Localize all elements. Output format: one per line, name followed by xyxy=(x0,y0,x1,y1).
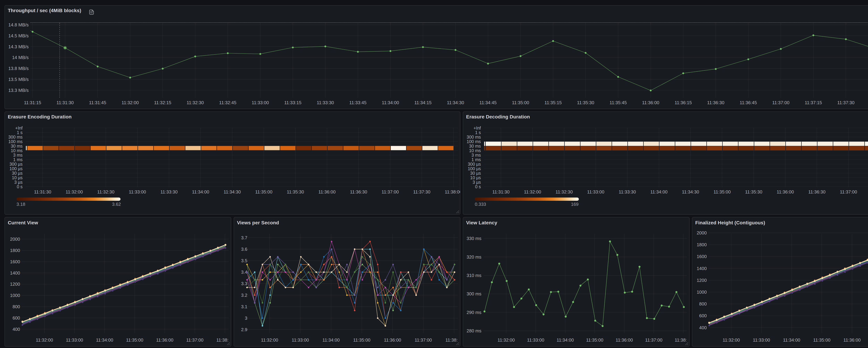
svg-text:100 µs: 100 µs xyxy=(9,166,22,171)
svg-text:11:37:00: 11:37:00 xyxy=(381,189,399,194)
svg-text:11:35:00: 11:35:00 xyxy=(813,338,830,343)
svg-text:11:37:30: 11:37:30 xyxy=(837,100,854,105)
svg-text:14.3 MB/s: 14.3 MB/s xyxy=(8,44,28,49)
svg-text:11:35:30: 11:35:30 xyxy=(745,189,762,194)
svg-text:3: 3 xyxy=(245,316,247,321)
svg-text:300 ms: 300 ms xyxy=(8,135,22,139)
svg-text:3 ms: 3 ms xyxy=(471,152,481,157)
svg-text:11:32:00: 11:32:00 xyxy=(722,338,740,343)
svg-text:3 µs: 3 µs xyxy=(14,179,22,184)
svg-text:11:33:00: 11:33:00 xyxy=(291,338,309,343)
svg-text:11:37:00: 11:37:00 xyxy=(645,338,662,343)
svg-text:0.333: 0.333 xyxy=(475,201,486,207)
svg-text:11:32:45: 11:32:45 xyxy=(219,100,236,105)
svg-text:11:33:00: 11:33:00 xyxy=(66,338,83,343)
svg-text:320 ms: 320 ms xyxy=(466,254,481,260)
svg-text:600: 600 xyxy=(12,315,20,321)
svg-text:11:37:30: 11:37:30 xyxy=(413,189,430,194)
svg-text:11:36:00: 11:36:00 xyxy=(642,100,659,105)
svg-text:11:34:30: 11:34:30 xyxy=(447,100,464,105)
svg-text:11:36:45: 11:36:45 xyxy=(740,100,757,105)
svg-text:11:34:00: 11:34:00 xyxy=(96,338,113,343)
svg-text:2000: 2000 xyxy=(10,236,20,242)
svg-text:11:35:00: 11:35:00 xyxy=(353,338,370,343)
svg-text:11:35:00: 11:35:00 xyxy=(713,189,731,194)
svg-text:11:32:00: 11:32:00 xyxy=(497,338,515,343)
svg-text:13.3 MB/s: 13.3 MB/s xyxy=(8,88,28,93)
svg-text:11:32:00: 11:32:00 xyxy=(36,338,53,343)
svg-text:11:35:00: 11:35:00 xyxy=(512,100,529,105)
svg-text:11:34:45: 11:34:45 xyxy=(479,100,496,105)
svg-text:11:35:00: 11:35:00 xyxy=(586,338,603,343)
svg-text:30 ms: 30 ms xyxy=(469,143,481,148)
svg-text:11:33:15: 11:33:15 xyxy=(284,100,301,105)
svg-text:11:36:00: 11:36:00 xyxy=(384,338,401,343)
svg-text:100 ms: 100 ms xyxy=(466,139,481,144)
svg-text:11:35:45: 11:35:45 xyxy=(609,100,626,105)
svg-text:30 ms: 30 ms xyxy=(10,143,22,148)
svg-text:14 MB/s: 14 MB/s xyxy=(12,55,28,60)
svg-text:11:36:00: 11:36:00 xyxy=(776,189,794,194)
svg-text:100 ms: 100 ms xyxy=(8,139,22,144)
svg-text:3.2: 3.2 xyxy=(241,293,247,298)
svg-text:11:31:30: 11:31:30 xyxy=(492,189,509,194)
svg-text:310 ms: 310 ms xyxy=(466,273,481,278)
svg-text:11:34:00: 11:34:00 xyxy=(192,189,209,194)
svg-text:11:31:45: 11:31:45 xyxy=(89,100,106,105)
svg-text:11:32:30: 11:32:30 xyxy=(186,100,204,105)
svg-text:14.8 MB/s: 14.8 MB/s xyxy=(8,22,28,27)
svg-text:1200: 1200 xyxy=(10,282,20,287)
svg-text:+Inf: +Inf xyxy=(473,125,481,130)
svg-text:11:36:15: 11:36:15 xyxy=(675,100,692,105)
svg-text:11:32:00: 11:32:00 xyxy=(261,338,278,343)
svg-text:11:38:00: 11:38:00 xyxy=(444,189,460,194)
svg-text:1800: 1800 xyxy=(10,248,20,253)
svg-text:11:33:30: 11:33:30 xyxy=(160,189,178,194)
svg-text:3 µs: 3 µs xyxy=(472,179,481,184)
svg-text:11:34:30: 11:34:30 xyxy=(682,189,699,194)
svg-text:11:36:00: 11:36:00 xyxy=(843,338,860,343)
svg-text:3.3: 3.3 xyxy=(241,281,247,286)
svg-text:280 ms: 280 ms xyxy=(466,328,481,334)
svg-text:11:32:30: 11:32:30 xyxy=(555,189,572,194)
svg-text:3 ms: 3 ms xyxy=(13,152,22,157)
svg-text:+Inf: +Inf xyxy=(15,125,22,130)
svg-text:11:33:00: 11:33:00 xyxy=(587,189,604,194)
svg-text:400: 400 xyxy=(699,325,707,330)
svg-text:330 ms: 330 ms xyxy=(466,236,481,241)
svg-text:3.7: 3.7 xyxy=(241,235,247,240)
svg-text:1000: 1000 xyxy=(696,289,707,295)
svg-text:11:37:00: 11:37:00 xyxy=(186,338,203,343)
svg-text:11:31:30: 11:31:30 xyxy=(56,100,73,105)
svg-text:11:35:30: 11:35:30 xyxy=(287,189,304,194)
svg-text:11:34:00: 11:34:00 xyxy=(322,338,339,343)
svg-text:1800: 1800 xyxy=(696,242,707,247)
svg-text:11:34:00: 11:34:00 xyxy=(783,338,800,343)
svg-text:290 ms: 290 ms xyxy=(466,310,481,315)
svg-text:0 s: 0 s xyxy=(17,184,22,189)
svg-text:11:33:30: 11:33:30 xyxy=(619,189,636,194)
svg-text:11:32:00: 11:32:00 xyxy=(121,100,138,105)
svg-text:11:35:00: 11:35:00 xyxy=(126,338,143,343)
svg-text:11:37:00: 11:37:00 xyxy=(840,189,857,194)
svg-text:2000: 2000 xyxy=(696,230,707,235)
svg-text:1 s: 1 s xyxy=(17,130,22,135)
svg-text:11:33:00: 11:33:00 xyxy=(252,100,269,105)
svg-text:11:35:15: 11:35:15 xyxy=(544,100,561,105)
svg-text:11:36:30: 11:36:30 xyxy=(808,189,825,194)
svg-text:30 µs: 30 µs xyxy=(470,171,481,175)
svg-text:11:32:00: 11:32:00 xyxy=(524,189,541,194)
svg-text:11:36:00: 11:36:00 xyxy=(318,189,335,194)
svg-text:11:31:15: 11:31:15 xyxy=(24,100,41,105)
svg-text:1 ms: 1 ms xyxy=(13,157,22,162)
svg-text:1000: 1000 xyxy=(10,293,20,298)
svg-text:11:33:30: 11:33:30 xyxy=(317,100,334,105)
svg-text:11:33:45: 11:33:45 xyxy=(349,100,366,105)
svg-text:11:38:00: 11:38:00 xyxy=(216,338,231,343)
svg-text:3.6: 3.6 xyxy=(241,246,247,252)
svg-text:800: 800 xyxy=(12,304,20,309)
svg-text:400: 400 xyxy=(12,327,20,332)
svg-text:1 s: 1 s xyxy=(475,130,481,135)
svg-text:3.62: 3.62 xyxy=(112,201,121,207)
svg-text:11:31:30: 11:31:30 xyxy=(34,189,51,194)
